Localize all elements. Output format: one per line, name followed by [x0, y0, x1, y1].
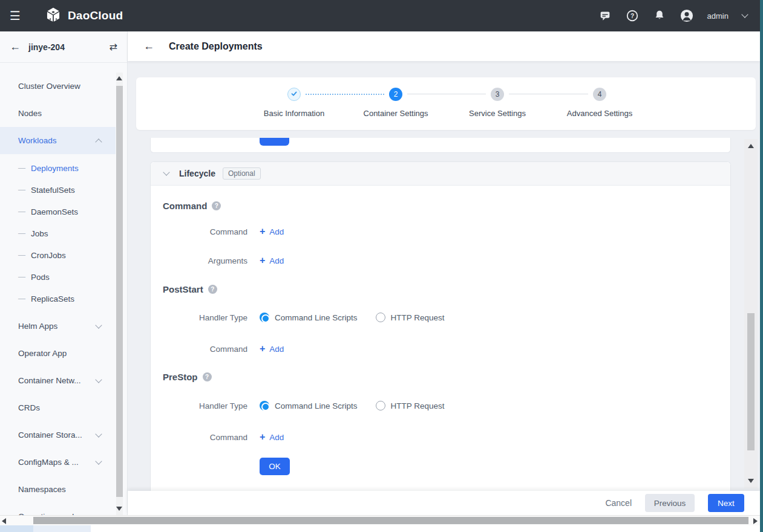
- back-arrow-icon[interactable]: ←: [10, 41, 21, 53]
- add-prestop-command-button[interactable]: + Add: [260, 432, 284, 443]
- sidebar-item-pods[interactable]: —Pods: [0, 266, 116, 288]
- sidebar-item-helm-apps[interactable]: Helm Apps: [0, 313, 116, 340]
- brand-name: DaoCloud: [68, 9, 123, 22]
- add-command-button[interactable]: + Add: [260, 226, 284, 237]
- sidebar-item-label: Container Stora...: [18, 430, 82, 440]
- next-button[interactable]: Next: [708, 494, 744, 512]
- help-icon[interactable]: ?: [626, 9, 639, 22]
- chevron-down-icon[interactable]: [741, 11, 748, 18]
- window-edge-strip: [760, 0, 763, 532]
- chevron-down-icon: [95, 376, 102, 383]
- sidebar-item-configmaps[interactable]: ConfigMaps & ...: [0, 449, 116, 476]
- step-3-circle[interactable]: 3: [491, 88, 504, 101]
- horizontal-scrollbar-thumb[interactable]: [33, 517, 748, 524]
- sidebar-scrollbar-thumb[interactable]: [116, 86, 123, 497]
- sidebar-item-deployments[interactable]: —Deployments: [0, 157, 116, 179]
- horizontal-scrollbar[interactable]: [0, 515, 760, 525]
- sidebar-item-label: Jobs: [31, 229, 48, 238]
- sidebar-item-jobs[interactable]: —Jobs: [0, 222, 116, 244]
- radio-selected-icon[interactable]: [260, 401, 269, 410]
- step-2-label[interactable]: Container Settings: [364, 109, 428, 118]
- radio-unselected-icon[interactable]: [376, 401, 385, 410]
- brand-logo[interactable]: DaoCloud: [45, 6, 123, 25]
- prestop-handler-row: Handler Type Command Line Scripts HTTP R…: [163, 400, 718, 412]
- scroll-down-icon[interactable]: [748, 479, 754, 483]
- sidebar-item-daemonsets[interactable]: —DaemonSets: [0, 201, 116, 222]
- content-scrollbar-thumb[interactable]: [747, 313, 755, 450]
- chevron-down-icon: [95, 430, 102, 437]
- step-1-circle[interactable]: [287, 88, 301, 101]
- scroll-up-icon[interactable]: [748, 144, 754, 148]
- step-4-circle[interactable]: 4: [593, 88, 606, 101]
- lifecycle-section-header[interactable]: Lifecycle Optional: [151, 162, 730, 186]
- question-help-icon[interactable]: ?: [203, 372, 212, 381]
- collapse-chevron-icon[interactable]: [163, 169, 169, 175]
- radio-selected-icon[interactable]: [260, 313, 269, 322]
- step-3-label[interactable]: Service Settings: [469, 109, 526, 118]
- step-4-label[interactable]: Advanced Settings: [567, 109, 632, 118]
- bell-icon[interactable]: [653, 9, 666, 22]
- sidebar-item-nodes[interactable]: Nodes: [0, 100, 116, 127]
- sidebar-item-label: Container Netw...: [18, 376, 81, 385]
- step-1-label[interactable]: Basic Information: [264, 109, 324, 118]
- sidebar: ← jinye-204 ⇄ Cluster OverviewNodesWorkl…: [0, 31, 128, 515]
- scroll-right-icon[interactable]: [753, 518, 758, 524]
- bottom-edge-fragment: [33, 525, 91, 532]
- page-title: Create Deployments: [169, 41, 263, 52]
- dash-icon: —: [18, 186, 25, 194]
- step-2-circle[interactable]: 2: [389, 88, 402, 101]
- sidebar-item-label: CronJobs: [31, 251, 66, 260]
- scroll-left-icon[interactable]: [2, 518, 6, 524]
- avatar-icon[interactable]: [680, 9, 693, 22]
- svg-text:?: ?: [630, 13, 634, 19]
- cancel-button[interactable]: Cancel: [605, 498, 632, 508]
- lifecycle-section-card: Lifecycle Optional Command ? Command + A: [150, 161, 731, 491]
- sidebar-item-operator-app[interactable]: Operator App: [0, 340, 116, 367]
- radio-label[interactable]: Command Line Scripts: [275, 401, 358, 410]
- sidebar-scrollbar[interactable]: [116, 73, 123, 515]
- username: admin: [707, 11, 729, 21]
- sidebar-item-cluster-overview[interactable]: Cluster Overview: [0, 73, 116, 100]
- question-help-icon[interactable]: ?: [212, 201, 221, 210]
- sidebar-item-statefulsets[interactable]: —StatefulSets: [0, 179, 116, 201]
- sidebar-item-container-stora[interactable]: Container Stora...: [0, 421, 116, 449]
- dash-icon: —: [18, 229, 25, 238]
- sidebar-item-crds[interactable]: CRDs: [0, 394, 116, 421]
- sidebar-item-label: StatefulSets: [31, 186, 75, 195]
- add-poststart-command-button[interactable]: + Add: [260, 343, 284, 354]
- page-back-arrow-icon[interactable]: ←: [143, 40, 154, 53]
- command-row: Command + Add: [163, 225, 718, 238]
- ok-button[interactable]: OK: [260, 458, 290, 475]
- scroll-down-icon[interactable]: [116, 507, 122, 511]
- add-arguments-button[interactable]: + Add: [260, 255, 284, 266]
- switch-cluster-icon[interactable]: ⇄: [110, 41, 117, 53]
- clipped-ok-button-fragment[interactable]: [260, 138, 289, 146]
- app-root: ☰ DaoCloud: [0, 0, 763, 532]
- sidebar-item-workloads[interactable]: Workloads: [0, 127, 116, 154]
- arguments-row: Arguments + Add: [163, 255, 718, 267]
- scroll-up-icon[interactable]: [116, 76, 122, 80]
- content-scrollbar[interactable]: [744, 139, 758, 488]
- sidebar-item-label: Namespaces: [18, 485, 66, 494]
- sidebar-item-cronjobs[interactable]: —CronJobs: [0, 244, 116, 266]
- sidebar-item-label: CRDs: [18, 403, 40, 412]
- radio-unselected-icon[interactable]: [376, 313, 385, 322]
- sidebar-item-label: Cluster Overview: [18, 82, 80, 91]
- previous-section-card-clipped: [150, 138, 731, 153]
- radio-label[interactable]: HTTP Request: [391, 313, 445, 322]
- sidebar-item-container-netw[interactable]: Container Netw...: [0, 367, 116, 394]
- sidebar-item-namespaces[interactable]: Namespaces: [0, 476, 116, 503]
- hamburger-menu-icon[interactable]: ☰: [10, 8, 21, 23]
- radio-label[interactable]: HTTP Request: [391, 401, 445, 410]
- field-label: Command: [163, 227, 247, 236]
- plus-icon: +: [260, 343, 265, 354]
- sidebar-item-replicasets[interactable]: —ReplicaSets: [0, 288, 116, 310]
- message-icon[interactable]: [598, 9, 612, 22]
- section-title: Lifecycle: [179, 169, 215, 178]
- question-help-icon[interactable]: ?: [208, 285, 217, 294]
- plus-icon: +: [260, 432, 265, 443]
- stepper-connector-done: [306, 94, 384, 95]
- radio-label[interactable]: Command Line Scripts: [275, 313, 358, 322]
- previous-button[interactable]: Previous: [645, 494, 695, 512]
- sidebar-item-operations-and[interactable]: Operations and: [0, 503, 116, 515]
